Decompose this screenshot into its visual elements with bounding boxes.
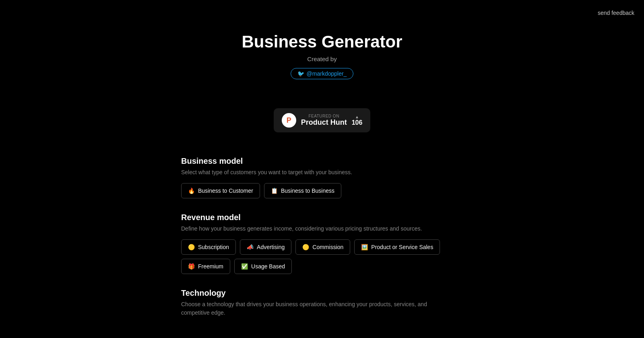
- ph-featured-on: FEATURED ON: [301, 114, 347, 118]
- product-hunt-badge[interactable]: P FEATURED ON Product Hunt ▲ 106: [274, 108, 371, 132]
- b2c-label: Business to Customer: [198, 188, 253, 194]
- product-service-label: Product or Service Sales: [371, 244, 433, 250]
- revenue-model-section: Revenue model Define how your business g…: [181, 213, 447, 274]
- technology-section: Technology Choose a technology that driv…: [181, 289, 447, 317]
- business-model-title: Business model: [181, 157, 447, 166]
- b2b-label: Business to Business: [281, 188, 334, 194]
- ph-triangle-icon: ▲: [355, 115, 359, 119]
- product-service-emoji: 🖼️: [361, 244, 368, 250]
- ph-votes: ▲ 106: [352, 115, 363, 126]
- subscription-button[interactable]: 🟡 Subscription: [181, 239, 236, 255]
- subscription-emoji: 🟡: [188, 244, 195, 250]
- technology-description: Choose a technology that drives your bus…: [181, 300, 447, 317]
- revenue-model-options-row2: 🎁 Freemium ✅ Usage Based: [181, 259, 447, 274]
- usage-based-label: Usage Based: [251, 263, 285, 270]
- usage-based-emoji: ✅: [241, 263, 248, 270]
- product-hunt-logo: P: [282, 113, 296, 128]
- revenue-model-title: Revenue model: [181, 213, 447, 222]
- revenue-model-description: Define how your business generates incom…: [181, 225, 447, 233]
- freemium-emoji: 🎁: [188, 263, 195, 270]
- freemium-label: Freemium: [198, 263, 223, 270]
- product-service-sales-button[interactable]: 🖼️ Product or Service Sales: [354, 239, 440, 255]
- usage-based-button[interactable]: ✅ Usage Based: [234, 259, 292, 274]
- header: Business Generator Created by 🐦 @markdop…: [0, 0, 644, 132]
- advertising-label: Advertising: [257, 244, 285, 250]
- advertising-button[interactable]: 📣 Advertising: [240, 239, 291, 255]
- business-model-options: 🔥 Business to Customer 📋 Business to Bus…: [181, 183, 447, 198]
- page-title: Business Generator: [0, 32, 644, 52]
- twitter-handle: @markdoppler_: [307, 70, 347, 77]
- send-feedback-button[interactable]: send feedback: [598, 10, 634, 16]
- freemium-button[interactable]: 🎁 Freemium: [181, 259, 230, 274]
- main-content: Business model Select what type of custo…: [173, 157, 455, 338]
- b2c-button[interactable]: 🔥 Business to Customer: [181, 183, 260, 198]
- b2b-emoji: 📋: [271, 188, 278, 194]
- twitter-icon: 🐦: [297, 70, 304, 77]
- commission-label: Commission: [312, 244, 343, 250]
- subscription-label: Subscription: [198, 244, 229, 250]
- advertising-emoji: 📣: [247, 244, 254, 250]
- b2b-button[interactable]: 📋 Business to Business: [264, 183, 341, 198]
- business-model-section: Business model Select what type of custo…: [181, 157, 447, 198]
- commission-emoji: 🟡: [302, 244, 309, 250]
- created-by-label: Created by: [0, 56, 644, 62]
- technology-title: Technology: [181, 289, 447, 298]
- revenue-model-options-row1: 🟡 Subscription 📣 Advertising 🟡 Commissio…: [181, 239, 447, 255]
- ph-vote-count: 106: [352, 119, 363, 126]
- business-model-description: Select what type of customers you want t…: [181, 168, 447, 177]
- product-hunt-text: FEATURED ON Product Hunt: [301, 114, 347, 127]
- commission-button[interactable]: 🟡 Commission: [295, 239, 350, 255]
- b2c-emoji: 🔥: [188, 188, 195, 194]
- ph-name: Product Hunt: [301, 118, 347, 127]
- twitter-link[interactable]: 🐦 @markdoppler_: [291, 68, 354, 79]
